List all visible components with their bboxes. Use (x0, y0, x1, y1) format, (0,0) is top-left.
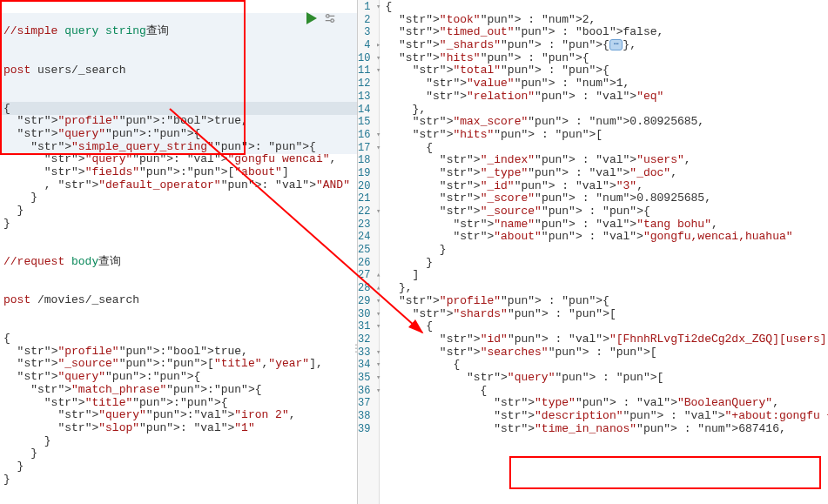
line-number: 1▾ (358, 1, 379, 14)
svg-point-1 (331, 19, 334, 23)
request-editor-pane[interactable]: //simple query string查询 post users/_sear… (0, 0, 357, 504)
http-method: post (3, 64, 30, 77)
line-number: 34▾ (358, 359, 379, 372)
code-line: "str">"query""pun">:"pun">{ (0, 128, 357, 141)
code-line: "str">"_index""pun"> : "val">"users", (385, 154, 828, 167)
code-line: "str">"profile""pun">:"bool">true, (0, 346, 357, 359)
request-path: /movies/_search (30, 293, 139, 306)
code-line: "str">"type""pun"> : "val">"BooleanQuery… (385, 397, 828, 410)
code-line: "str">"fields""pun">:"pun">["about"] (0, 166, 357, 179)
code-line: "str">"hits""pun"> : "pun">{ (385, 52, 828, 65)
code-line: "str">"query""pun">: "val">"gongfu wenca… (0, 153, 357, 166)
code-line: "str">"value""pun"> : "num">1, (385, 77, 828, 91)
code-line: "str">"relation""pun"> : "val">"eq" (385, 91, 828, 104)
http-method: post (3, 293, 30, 306)
response-pane: 1▾234▸10▾11▾1213141516▾17▾1819202122▾232… (357, 0, 828, 504)
code-line: } (0, 192, 357, 205)
line-number: 36▾ (358, 385, 379, 398)
line-number: 27▴ (358, 269, 379, 282)
line-number: 29▾ (358, 295, 379, 308)
code-line: "str">"total""pun"> : "pun">{ (385, 64, 828, 77)
line-number: 37 (358, 397, 379, 410)
line-number: 25 (358, 244, 379, 257)
code-line: "str">"profile""pun"> : "pun">{ (385, 295, 828, 308)
code-line: "str">"_type""pun"> : "val">"_doc", (385, 167, 828, 180)
code-line: } (0, 435, 357, 448)
code-line: } (0, 460, 357, 474)
line-number: 12 (358, 77, 379, 91)
line-number: 26 (358, 257, 379, 270)
line-number: 11▾ (358, 64, 379, 77)
comment: //simple (3, 24, 57, 37)
line-number: 18 (358, 154, 379, 167)
request-path: users/_search (30, 64, 125, 77)
code-line: { (385, 1, 828, 14)
line-number: 39 (358, 423, 379, 436)
code-line: "str">"took""pun"> : "num">2, (385, 14, 828, 27)
line-number: 31▾ (358, 320, 379, 333)
code-line: "str">"_source""pun"> : "pun">{ (385, 205, 828, 218)
code-line: { (385, 385, 828, 398)
collapsed-badge[interactable]: ⋯ (609, 39, 623, 50)
code-line: "str">"shards""pun"> : "pun">[ (385, 308, 828, 321)
line-number: 14 (358, 104, 379, 117)
line-number: 33▾ (358, 346, 379, 360)
code-line: "str">"simple_query_string""pun">: "pun"… (0, 141, 357, 154)
code-line: } (0, 474, 357, 487)
line-number-gutter: 1▾234▸10▾11▾1213141516▾17▾1819202122▾232… (358, 0, 380, 504)
code-line: } (385, 257, 828, 270)
code-line: }, (385, 104, 828, 117)
code-line: "str">"title""pun">:"pun">{ (0, 397, 357, 410)
code-line: { (385, 142, 828, 155)
pane-resize-handle[interactable]: ··· (353, 344, 359, 354)
line-number: 23 (358, 218, 379, 232)
line-number: 2 (358, 14, 379, 27)
editor-toolbar (306, 12, 336, 24)
code-line: "str">"hits""pun"> : "pun">[ (385, 129, 828, 142)
code-line: "str">"query""pun"> : "pun">[ (385, 372, 828, 385)
code-line: "str">"name""pun"> : "val">"tang bohu", (385, 218, 828, 232)
line-number: 30▾ (358, 308, 379, 321)
line-number: 28▴ (358, 282, 379, 295)
code-line: "str">"timed_out""pun"> : "bool">false, (385, 26, 828, 39)
code-line: { (385, 359, 828, 372)
code-line: , "str">"default_operator""pun">: "val">… (0, 179, 357, 192)
response-body[interactable]: { "str">"took""pun"> : "num">2, "str">"t… (380, 0, 828, 504)
code-line: "str">"description""pun"> : "val">"+abou… (385, 410, 828, 423)
code-line: } (0, 205, 357, 218)
line-number: 15 (358, 116, 379, 129)
code-line: { (385, 320, 828, 333)
code-line: }, (385, 282, 828, 295)
code-line: ] (385, 269, 828, 282)
line-number: 19 (358, 167, 379, 180)
line-number: 10▾ (358, 52, 379, 65)
code-line: "str">"query""pun">:"pun">{ (0, 371, 357, 384)
svg-point-0 (326, 15, 330, 18)
line-number: 20 (358, 180, 379, 193)
line-number: 22▾ (358, 205, 379, 218)
line-number: 32 (358, 333, 379, 346)
line-number: 4▸ (358, 39, 379, 52)
code-line: "str">"match_phrase""pun">:"pun">{ (0, 384, 357, 397)
code-line: "str">"time_in_nanos""pun"> : "num">6874… (385, 423, 828, 436)
comment: //request (3, 255, 64, 268)
code-line: "str">"id""pun"> : "val">"[FhnhRLvgTi2de… (385, 333, 828, 346)
line-number: 38 (358, 410, 379, 423)
code-line: "str">"about""pun"> : "val">"gongfu,wenc… (385, 231, 828, 244)
line-number: 13 (358, 91, 379, 104)
settings-icon[interactable] (324, 12, 336, 24)
code-line: { (0, 333, 357, 346)
code-line: "str">"_score""pun"> : "num">0.80925685, (385, 192, 828, 205)
code-line: "str">"_source""pun">:"pun">["title","ye… (0, 358, 357, 371)
code-line: } (0, 218, 357, 231)
request-editor[interactable]: //simple query string查询 post users/_sear… (0, 0, 357, 504)
code-line: "str">"query""pun">:"val">"iron 2", (0, 409, 357, 422)
code-line: "str">"max_score""pun"> : "num">0.809256… (385, 116, 828, 129)
line-number: 24 (358, 231, 379, 244)
line-number: 3 (358, 26, 379, 39)
code-line: { (0, 103, 357, 116)
line-number: 21 (358, 192, 379, 205)
line-number: 35▾ (358, 372, 379, 385)
run-icon[interactable] (306, 12, 317, 24)
code-line: "str">"profile""pun">:"bool">true, (0, 115, 357, 128)
